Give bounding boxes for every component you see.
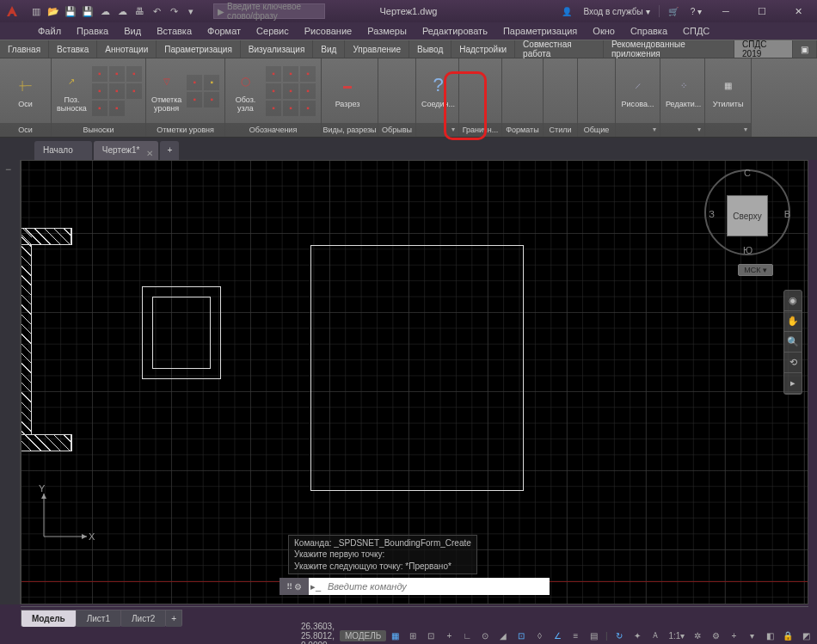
status-polar-icon[interactable]: ⊙ — [476, 628, 494, 643]
panel-title-designations[interactable]: Обозначения — [225, 123, 321, 137]
level-mini-2[interactable]: ▪ — [204, 75, 219, 90]
status-isodraft-icon[interactable]: ◢ — [494, 628, 512, 643]
menu-modify[interactable]: Редактировать — [415, 24, 494, 38]
status-gizmo-icon[interactable]: ✦ — [629, 628, 646, 643]
file-tab-new[interactable]: + — [160, 141, 179, 160]
status-quickprops-icon[interactable]: ◧ — [761, 628, 778, 643]
menu-service[interactable]: Сервис — [249, 24, 296, 38]
ribbon-tab-addins[interactable]: Надстройки — [452, 40, 515, 58]
desig-mini-6[interactable]: ▪ — [300, 83, 316, 99]
wcs-badge[interactable]: МСК ▾ — [738, 264, 773, 276]
ribbon-tab-output[interactable]: Вывод — [409, 40, 452, 58]
share-icon[interactable]: 🛒 — [665, 7, 682, 16]
help-icon[interactable]: ? ▾ — [687, 7, 705, 16]
drawing-area[interactable]: Сверху С Ю З В МСК ▾ ◉ ✋ 🔍 ⟲ ▸ X Y Коман… — [21, 160, 808, 604]
status-selection-cycling-icon[interactable]: ↻ — [611, 628, 628, 643]
menu-dimensions[interactable]: Размеры — [360, 24, 414, 38]
login-button[interactable]: Вход в службы ▾ — [580, 7, 654, 16]
level-mini-3[interactable]: ▪ — [187, 92, 202, 107]
status-monitor-icon[interactable]: + — [725, 628, 742, 643]
menu-format[interactable]: Формат — [200, 24, 248, 38]
qat-undo-icon[interactable]: ↶ — [150, 4, 163, 18]
leader-mini-7[interactable]: ▪ — [92, 101, 108, 116]
qat-cloud-open-icon[interactable]: ☁ — [98, 4, 112, 18]
leader-mini-3[interactable]: ▪ — [126, 66, 142, 82]
status-osnap-icon[interactable]: ⊡ — [513, 628, 530, 643]
viewcube[interactable]: Сверху — [727, 195, 768, 236]
draw-button[interactable]: ⟋ Рисова... — [621, 71, 654, 111]
menu-draw[interactable]: Рисование — [298, 24, 359, 38]
command-input[interactable] — [322, 581, 550, 592]
status-scale-label[interactable]: 1:1▾ — [665, 628, 688, 643]
status-coords[interactable]: 26.3603, 25.8012, 0.0000 — [0, 622, 335, 645]
level-mini-4[interactable]: ▪ — [204, 92, 219, 107]
utilities-button[interactable]: ▦ Утилиты — [710, 71, 746, 111]
status-space[interactable]: МОДЕЛЬ — [340, 630, 386, 641]
qat-save-icon[interactable]: 💾 — [64, 4, 77, 18]
viewcube-east[interactable]: В — [784, 209, 790, 219]
help-search-input[interactable]: ▶ Введите ключевое слово/фразу — [213, 3, 325, 19]
leader-mini-4[interactable]: ▪ — [92, 83, 108, 99]
menu-file[interactable]: Файл — [31, 24, 68, 38]
desig-mini-7[interactable]: ▪ — [266, 101, 281, 116]
panel-title-draw[interactable] — [616, 123, 660, 137]
section-button[interactable]: ▬ Разрез — [327, 71, 368, 111]
panel-title-edit[interactable] — [660, 123, 704, 137]
status-annoscale-icon[interactable]: Ａ — [647, 628, 664, 643]
qat-cloud-save-icon[interactable]: ☁ — [115, 4, 129, 18]
menu-window[interactable]: Окно — [586, 24, 622, 38]
file-tab-drawing1[interactable]: Чертеж1*✕ — [94, 141, 159, 160]
leader-mini-8[interactable]: ▪ — [109, 101, 125, 116]
menu-parametric[interactable]: Параметризация — [496, 24, 584, 38]
panel-title-levelmarks[interactable]: Отметки уровня — [146, 123, 224, 137]
qat-new-icon[interactable]: ▥ — [29, 4, 43, 18]
status-workspace-icon[interactable]: ⚙ — [707, 628, 724, 643]
qat-saveas-icon[interactable]: 💾 — [81, 4, 95, 18]
panel-title-formats[interactable]: Форматы — [502, 123, 543, 137]
status-otrack-icon[interactable]: ∠ — [549, 628, 566, 643]
status-units-icon[interactable]: ▾ — [743, 628, 760, 643]
nav-wheel-icon[interactable]: ◉ — [784, 291, 802, 311]
ribbon-tab-parametric[interactable]: Параметризация — [157, 40, 241, 58]
leader-mini-2[interactable]: ▪ — [109, 66, 125, 82]
menu-spds[interactable]: СПДС — [676, 24, 716, 38]
qat-plot-icon[interactable]: 🖶 — [132, 4, 146, 18]
panel-title-views[interactable]: Виды, разрезы — [322, 123, 378, 137]
panel-title-breaks[interactable]: Обрывы — [378, 123, 415, 137]
qat-open-icon[interactable]: 📂 — [46, 4, 60, 18]
panel-title-utilities[interactable] — [705, 123, 751, 137]
ribbon-minimize-icon[interactable]: ▣ — [793, 40, 817, 58]
desig-mini-5[interactable]: ▪ — [283, 83, 298, 99]
nav-orbit-icon[interactable]: ⟲ — [784, 353, 802, 373]
position-leader-button[interactable]: ↗ Поз. выноска — [57, 66, 87, 115]
ribbon-tab-visualization[interactable]: Визуализация — [241, 40, 313, 58]
ribbon-tab-view[interactable]: Вид — [313, 40, 345, 58]
leader-mini-5[interactable]: ▪ — [109, 83, 125, 99]
viewcube-west[interactable]: З — [709, 209, 715, 219]
panel-title-styles[interactable]: Стили — [544, 123, 577, 137]
desig-mini-8[interactable]: ▪ — [283, 101, 298, 116]
desig-mini-9[interactable]: ▪ — [300, 101, 316, 116]
leader-mini-6[interactable]: ▪ — [126, 83, 142, 99]
status-lock-icon[interactable]: 🔒 — [779, 628, 796, 643]
nav-showmotion-icon[interactable]: ▸ — [784, 373, 802, 394]
ribbon-tab-spds[interactable]: СПДС 2019 — [734, 40, 793, 58]
file-tab-start[interactable]: Начало — [34, 141, 92, 160]
status-transparency-icon[interactable]: ▤ — [585, 628, 602, 643]
status-annovisibility-icon[interactable]: ✲ — [689, 628, 706, 643]
menu-help[interactable]: Справка — [624, 24, 674, 38]
minimize-button[interactable]: ─ — [710, 1, 741, 21]
node-designation-button[interactable]: ◯ Обоз. узла — [230, 66, 261, 115]
viewcube-north[interactable]: С — [744, 168, 751, 178]
level-mark-button[interactable]: ▽ Отметка уровня — [151, 66, 181, 115]
panel-title-general[interactable]: Общие — [578, 123, 615, 137]
status-isolate-icon[interactable]: ◩ — [797, 628, 814, 643]
ribbon-tab-home[interactable]: Главная — [0, 40, 49, 58]
desig-mini-1[interactable]: ▪ — [266, 66, 281, 82]
maximize-button[interactable]: ☐ — [746, 1, 777, 21]
panel-title-leaders[interactable]: Выноски — [52, 123, 145, 137]
nav-zoom-icon[interactable]: 🔍 — [784, 332, 802, 353]
qat-dropdown-icon[interactable]: ▾ — [184, 4, 198, 18]
status-infer-icon[interactable]: ⊡ — [422, 628, 439, 643]
menu-view[interactable]: Вид — [117, 24, 148, 38]
